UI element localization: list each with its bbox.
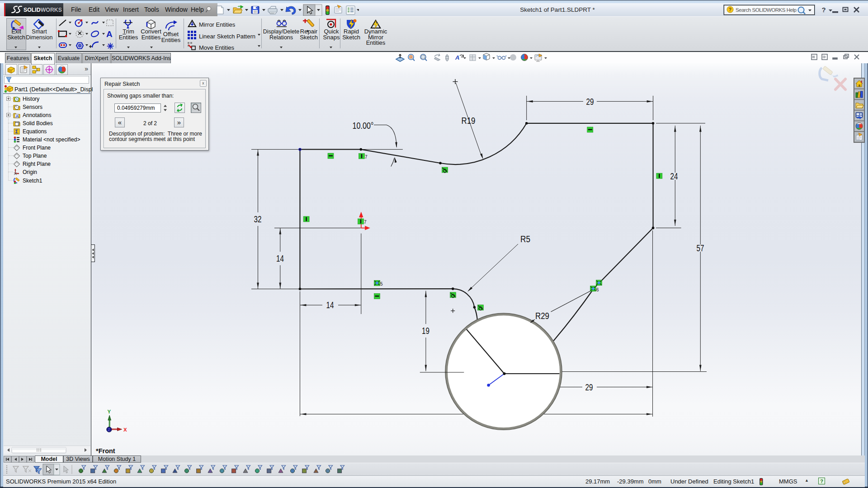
svg-text:✳: ✳ [107, 42, 114, 50]
svg-text:Y: Y [108, 409, 111, 414]
svg-text:7: 7 [365, 155, 368, 160]
svg-text:5: 5 [380, 282, 383, 286]
svg-text:R5: R5 [520, 234, 530, 244]
svg-text:19: 19 [422, 326, 429, 336]
svg-text:14: 14 [276, 253, 284, 263]
svg-text:?: ? [729, 7, 732, 12]
svg-text:57: 57 [697, 243, 704, 253]
svg-text:Z: Z [108, 427, 110, 432]
svg-text:24: 24 [670, 171, 678, 181]
svg-text:Σ: Σ [15, 129, 19, 134]
svg-text:SOLIDWORKS: SOLIDWORKS [24, 6, 62, 13]
svg-text:R19: R19 [462, 116, 476, 126]
svg-text:29: 29 [586, 97, 594, 107]
svg-text:A: A [16, 113, 19, 118]
svg-text:*Front: *Front [96, 447, 115, 455]
svg-text:29: 29 [585, 382, 593, 392]
svg-text:A: A [106, 29, 113, 39]
svg-text:32: 32 [254, 214, 262, 224]
svg-text:14: 14 [326, 300, 334, 310]
svg-text:10.00°: 10.00° [353, 121, 374, 131]
svg-text:A: A [455, 54, 459, 61]
svg-text:X: X [123, 427, 127, 432]
svg-text:7: 7 [364, 220, 367, 225]
svg-text:R29: R29 [535, 311, 549, 321]
svg-text:6: 6 [596, 287, 599, 292]
